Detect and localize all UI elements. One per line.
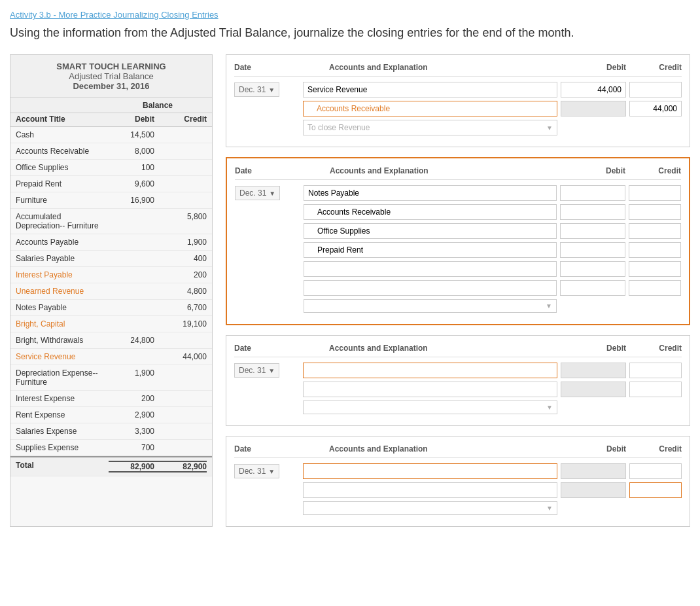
je3-account-1[interactable] (303, 363, 557, 378)
je2-dropdown-row: ▼ (235, 299, 681, 313)
je4-dropdown-chevron: ▼ (546, 505, 553, 512)
je4-date-text: Dec. 31 (239, 467, 266, 476)
je1-debit-2[interactable] (561, 101, 626, 116)
je1-account-1[interactable] (303, 82, 557, 98)
je1-credit-1[interactable] (629, 82, 682, 98)
tb-col-credit-sub: Credit (161, 115, 207, 124)
activity-title[interactable]: Activity 3.b - More Practice Journalizin… (10, 10, 690, 20)
tb-row-ar: Accounts Receivable 8,000 (10, 143, 212, 160)
je2-credit-3[interactable] (629, 223, 681, 239)
je2-account-6[interactable] (304, 280, 557, 296)
je2-account-4[interactable] (304, 242, 557, 258)
journal-header-2: Date Accounts and Explanation Debit Cred… (235, 166, 681, 180)
jh2-ae: Accounts and Explanation (304, 166, 557, 175)
je2-row3 (235, 223, 681, 239)
je2-credit-6[interactable] (629, 280, 681, 296)
je2-credit-5[interactable] (629, 261, 681, 277)
je2-account-5[interactable] (304, 261, 557, 277)
je2-credit-1[interactable] (629, 185, 681, 201)
je3-dropdown-row: ▼ (234, 401, 682, 414)
je1-dropdown-text: To close Revenue (307, 123, 370, 132)
je2-account-2[interactable] (304, 204, 557, 220)
je2-row6 (235, 280, 681, 296)
tb-row-int-exp: Interest Expense 200 (10, 391, 212, 407)
jh4-ae: Accounts and Explanation (303, 444, 557, 454)
jh1-debit: Debit (561, 63, 626, 72)
je4-account-2[interactable] (303, 482, 557, 498)
je3-row1: Dec. 31 ▼ (234, 363, 682, 378)
tb-row-prepaid-rent: Prepaid Rent 9,600 (10, 176, 212, 192)
tb-col-account-header (16, 101, 109, 110)
je2-account-3[interactable] (304, 223, 557, 239)
je4-debit-2[interactable] (561, 482, 626, 498)
jh2-date: Date (235, 166, 300, 175)
je1-dropdown[interactable]: To close Revenue ▼ (303, 120, 557, 135)
je2-debit-4[interactable] (560, 242, 625, 258)
tb-row-interest-pay: Interest Payable 200 (10, 267, 212, 283)
je4-dropdown[interactable]: ▼ (303, 501, 557, 515)
je4-dropdown-row: ▼ (234, 501, 682, 515)
je2-account-1[interactable] (304, 185, 557, 201)
je3-dropdown[interactable]: ▼ (303, 401, 557, 414)
tb-row-svc-rev: Service Revenue 44,000 (10, 349, 212, 365)
je4-credit-2[interactable] (629, 482, 682, 498)
tb-row-accum-dep: Accumulated Depreciation-- Furniture 5,8… (10, 209, 212, 234)
instruction-text: Using the information from the Adjusted … (10, 25, 690, 41)
tb-col-debit-sub: Debit (109, 115, 161, 124)
je4-debit-1[interactable] (561, 463, 626, 479)
journal-header-1: Date Accounts and Explanation Debit Cred… (234, 63, 682, 77)
tb-row-sal-exp: Salaries Expense 3,300 (10, 423, 212, 440)
jh2-credit: Credit (629, 166, 681, 175)
je3-date-chevron: ▼ (268, 367, 275, 374)
je3-credit-1[interactable] (629, 363, 682, 378)
je2-date-text: Dec. 31 (239, 188, 266, 198)
je3-row2 (234, 382, 682, 397)
journal-entry-2: Date Accounts and Explanation Debit Cred… (226, 157, 690, 325)
tb-row-bright-cap: Bright, Capital 19,100 (10, 316, 212, 332)
je1-dropdown-row: To close Revenue ▼ (234, 120, 682, 135)
je2-debit-6[interactable] (560, 280, 625, 296)
je2-date-cell[interactable]: Dec. 31 ▼ (235, 186, 300, 200)
je3-date-cell[interactable]: Dec. 31 ▼ (234, 363, 300, 378)
tb-header: SMART TOUCH LEARNING Adjusted Trial Bala… (10, 55, 212, 98)
trial-balance-table: SMART TOUCH LEARNING Adjusted Trial Bala… (10, 54, 213, 527)
je1-credit-2[interactable] (629, 101, 682, 116)
je2-dropdown[interactable]: ▼ (304, 299, 557, 313)
je2-credit-2[interactable] (629, 204, 681, 220)
je3-date-text: Dec. 31 (239, 366, 266, 375)
je1-debit-1[interactable] (561, 82, 626, 98)
tb-row-sup-exp: Supplies Expense 700 (10, 440, 212, 456)
je3-credit-2[interactable] (629, 382, 682, 397)
je3-debit-1[interactable] (561, 363, 626, 378)
je2-debit-2[interactable] (560, 204, 625, 220)
jh3-ae: Accounts and Explanation (303, 344, 557, 353)
je1-dropdown-chevron: ▼ (546, 124, 553, 132)
je2-credit-4[interactable] (629, 242, 681, 258)
tb-row-sal-pay: Salaries Payable 400 (10, 251, 212, 267)
jh3-credit: Credit (629, 344, 682, 353)
je1-account-2[interactable] (303, 101, 557, 116)
jh4-credit: Credit (629, 444, 682, 454)
tb-row-unearned: Unearned Revenue 4,800 (10, 283, 212, 300)
tb-row-notes-pay: Notes Payable 6,700 (10, 300, 212, 316)
jh3-date: Date (234, 344, 300, 353)
tb-date: December 31, 2016 (14, 81, 209, 91)
je3-debit-2[interactable] (561, 382, 626, 397)
je2-debit-1[interactable] (560, 185, 625, 201)
je4-date-chevron: ▼ (268, 468, 275, 475)
je4-credit-1[interactable] (629, 463, 682, 479)
tb-col-balance-header: Balance (109, 101, 207, 110)
jh2-debit: Debit (560, 166, 625, 175)
je1-row2 (234, 101, 682, 116)
jh1-credit: Credit (629, 63, 682, 72)
je4-account-1[interactable] (303, 463, 557, 479)
je1-date-cell[interactable]: Dec. 31 ▼ (234, 82, 300, 97)
je2-debit-3[interactable] (560, 223, 625, 239)
tb-row-total: Total 82,900 82,900 (10, 456, 212, 476)
je4-date-cell[interactable]: Dec. 31 ▼ (234, 464, 300, 478)
je2-debit-5[interactable] (560, 261, 625, 277)
je3-account-2[interactable] (303, 382, 557, 397)
tb-company-name: SMART TOUCH LEARNING (14, 62, 209, 71)
tb-row-rent-exp: Rent Expense 2,900 (10, 407, 212, 423)
tb-col-account-sub: Account Title (16, 115, 109, 124)
